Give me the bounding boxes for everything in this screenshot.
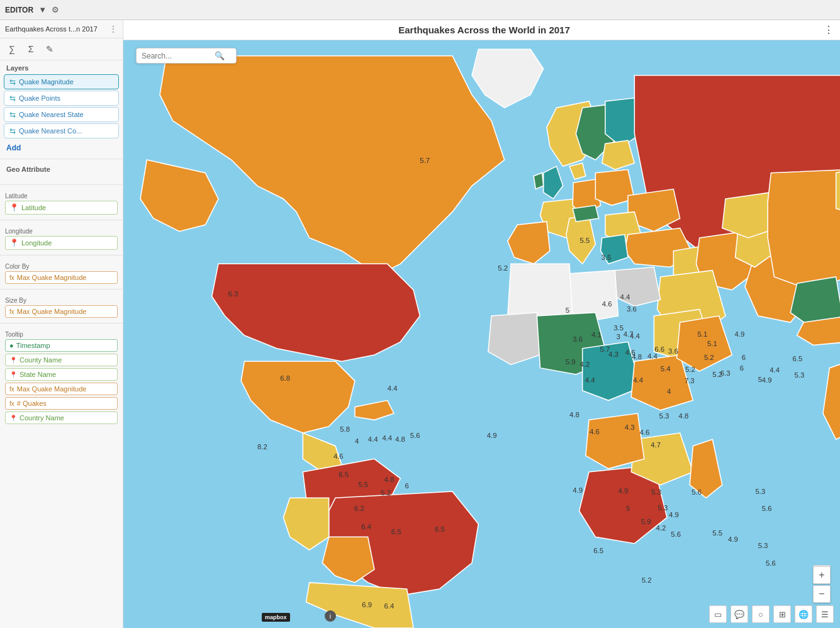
svg-text:3.6: 3.6: [627, 305, 637, 313]
longitude-input[interactable]: 📍 Longitude: [5, 236, 118, 250]
svg-text:5.2: 5.2: [381, 489, 391, 496]
svg-text:5.5: 5.5: [580, 237, 590, 244]
globe-button[interactable]: 🌐: [795, 605, 812, 623]
worksheet-title: Earthquakes Across t...n 2017: [5, 25, 98, 33]
top-bar: EDITOR ▼ ⚙: [0, 0, 840, 20]
svg-text:5.6: 5.6: [762, 505, 772, 512]
color-by-input[interactable]: fx Max Quake Magnitude: [5, 271, 118, 284]
longitude-label: Longitude: [5, 228, 118, 235]
timestamp-icon: ●: [9, 342, 14, 349]
svg-text:4.4: 4.4: [620, 293, 630, 301]
sum-icon[interactable]: ∑: [5, 42, 19, 56]
tooltip-country-label: Country Name: [20, 414, 64, 422]
svg-text:6.4: 6.4: [361, 523, 371, 530]
svg-text:4.4: 4.4: [770, 366, 780, 374]
svg-text:6.5: 6.5: [391, 528, 401, 535]
rectangle-select-button[interactable]: ▭: [709, 605, 727, 623]
svg-text:5.3: 5.3: [758, 542, 768, 549]
map-bottom-toolbar: ▭ 💬 ○ ⊞ 🌐 ☰: [709, 605, 834, 623]
latitude-input[interactable]: 📍 Latitude: [5, 201, 118, 215]
svg-text:4.4: 4.4: [633, 376, 643, 384]
layer-quake-points[interactable]: ⇆ Quake Points: [4, 91, 119, 106]
list-icon: ☰: [821, 610, 829, 619]
svg-text:4.6: 4.6: [333, 452, 344, 460]
filter-icon[interactable]: ▼: [38, 5, 47, 14]
size-by-icon: fx: [9, 308, 14, 315]
settings-icon[interactable]: ⚙: [52, 5, 59, 14]
svg-text:4.9: 4.9: [487, 432, 497, 439]
speech-bubble-button[interactable]: 💬: [731, 605, 748, 623]
map-area[interactable]: Earthquakes Across the World in 2017 ⋮ 🔍…: [123, 20, 840, 628]
tooltip-timestamp[interactable]: ● Timestamp: [5, 339, 118, 352]
worksheet-menu-icon[interactable]: ⋮: [109, 24, 118, 34]
tooltip-country-name[interactable]: 📍 Country Name: [5, 412, 118, 424]
map-menu-icon[interactable]: ⋮: [824, 24, 834, 36]
svg-text:5.4: 5.4: [661, 365, 671, 373]
map-zoom-controls: + −: [813, 566, 831, 603]
layer-quake-nearest-co[interactable]: ⇆ Quake Nearest Co...: [4, 123, 119, 138]
tooltip-county-name[interactable]: 📍 County Name: [5, 354, 118, 366]
svg-text:6.6: 6.6: [654, 345, 664, 353]
mapbox-logo-box: mapbox: [262, 613, 290, 622]
svg-text:4.7: 4.7: [651, 441, 661, 449]
color-by-value: Max Quake Magnitude: [17, 274, 87, 281]
tooltip-max-quake-magnitude[interactable]: fx Max Quake Magnitude: [5, 383, 118, 395]
svg-text:5: 5: [626, 505, 630, 512]
max-quake-icon: fx: [9, 386, 14, 393]
svg-text:5.6: 5.6: [766, 559, 776, 567]
county-name-pin-icon: 📍: [9, 357, 17, 364]
color-by-section: Color By fx Max Quake Magnitude: [0, 258, 123, 286]
latitude-label: Latitude: [5, 193, 118, 199]
layer-icon-nearest-state: ⇆: [9, 110, 16, 119]
zoom-out-button[interactable]: −: [813, 585, 831, 603]
svg-text:4.4: 4.4: [647, 352, 658, 360]
svg-text:5.7: 5.7: [420, 157, 430, 164]
search-bar: 🔍: [136, 48, 237, 64]
svg-text:6.5: 6.5: [339, 471, 349, 478]
sidebar-icons: ∑ Σ ✎: [0, 38, 123, 60]
sigma-icon[interactable]: Σ: [24, 42, 38, 56]
zoom-in-button[interactable]: +: [813, 566, 831, 584]
add-layer-link[interactable]: Add: [0, 140, 123, 156]
layer-label-nearest-co: Quake Nearest Co...: [19, 127, 82, 135]
color-by-icon: fx: [9, 274, 14, 281]
tooltip-section: Tooltip ● Timestamp 📍 County Name 📍 Stat…: [0, 326, 123, 429]
size-by-label: Size By: [5, 297, 118, 304]
layers-list: ⇆ Quake Magnitude ⇆ Quake Points ⇆ Quake…: [0, 73, 123, 140]
layer-icon-magnitude: ⇆: [9, 77, 16, 86]
info-button[interactable]: i: [325, 610, 336, 622]
svg-text:3: 3: [616, 333, 620, 340]
svg-text:5.6: 5.6: [692, 488, 702, 496]
svg-text:4.9: 4.9: [669, 511, 679, 519]
size-by-input[interactable]: fx Max Quake Magnitude: [5, 305, 118, 318]
svg-text:5.5: 5.5: [712, 529, 722, 537]
svg-text:5.5: 5.5: [358, 481, 368, 488]
svg-text:6.5: 6.5: [792, 355, 802, 362]
tooltip-state-label: State Name: [20, 371, 56, 378]
layer-quake-magnitude[interactable]: ⇆ Quake Magnitude: [4, 74, 119, 89]
longitude-section: Longitude 📍 Longitude: [0, 223, 123, 252]
tooltip-num-quakes[interactable]: fx # Quakes: [5, 397, 118, 410]
tooltip-timestamp-label: Timestamp: [16, 342, 50, 349]
editor-label: EDITOR: [5, 6, 33, 14]
pencil-icon[interactable]: ✎: [43, 42, 57, 56]
layers-button[interactable]: ⊞: [773, 605, 791, 623]
svg-text:6: 6: [740, 364, 744, 372]
svg-text:4: 4: [667, 388, 671, 395]
svg-text:5.3: 5.3: [756, 488, 766, 495]
svg-text:4.8: 4.8: [384, 476, 395, 483]
list-button[interactable]: ☰: [816, 605, 834, 623]
speech-icon: 💬: [734, 610, 744, 619]
search-input[interactable]: [142, 52, 211, 60]
tooltip-state-name[interactable]: 📍 State Name: [5, 368, 118, 381]
svg-text:4.9: 4.9: [762, 376, 772, 384]
latitude-pin-icon: 📍: [9, 203, 19, 212]
svg-text:6.4: 6.4: [384, 602, 395, 610]
state-name-pin-icon: 📍: [9, 371, 17, 378]
svg-text:6: 6: [742, 354, 746, 361]
svg-text:4.6: 4.6: [640, 429, 650, 436]
circle-select-button[interactable]: ○: [752, 605, 770, 623]
svg-text:5.6: 5.6: [410, 432, 420, 439]
layer-quake-nearest-state[interactable]: ⇆ Quake Nearest State: [4, 107, 119, 122]
svg-text:6.5: 6.5: [435, 525, 445, 533]
